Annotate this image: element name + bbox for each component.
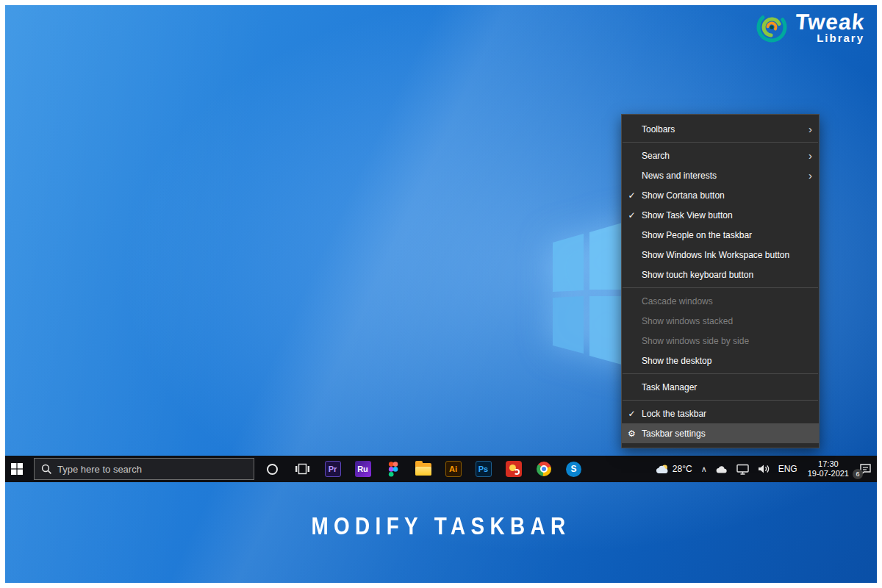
menu-item-label: Lock the taskbar xyxy=(642,409,812,419)
submenu-arrow-icon: › xyxy=(808,170,812,181)
onedrive-tray-icon-button[interactable] xyxy=(711,456,732,482)
menu-item-search[interactable]: Search › xyxy=(622,146,819,165)
taskbar-app-chrome[interactable] xyxy=(528,456,559,482)
media-app-icon xyxy=(506,461,522,477)
menu-item-label: Task Manager xyxy=(642,382,812,392)
speaker-icon xyxy=(758,464,770,474)
system-tray: 28°C ∧ xyxy=(651,456,882,482)
menu-item-label: Show Windows Ink Workspace button xyxy=(642,250,812,260)
menu-item-taskbar-settings[interactable]: ⚙ Taskbar settings xyxy=(622,423,819,443)
menu-item-label: Show windows stacked xyxy=(642,316,812,326)
temperature-label: 28°C xyxy=(673,464,692,474)
search-icon xyxy=(41,464,52,475)
menu-item-news-and-interests[interactable]: News and interests › xyxy=(622,165,819,185)
cloud-icon xyxy=(716,465,728,473)
file-explorer-icon xyxy=(415,463,431,476)
taskbar-app-task-view[interactable] xyxy=(287,456,318,482)
submenu-arrow-icon: › xyxy=(808,150,812,161)
network-tray-icon-button[interactable] xyxy=(732,456,753,482)
image-caption: MODIFY TASKBAR xyxy=(79,512,803,540)
show-hidden-icons-button[interactable]: ∧ xyxy=(697,456,711,482)
tweak-library-logo-mark xyxy=(755,10,789,44)
network-monitor-icon xyxy=(736,464,749,475)
cortana-icon xyxy=(267,464,278,475)
menu-item-task-manager[interactable]: Task Manager xyxy=(622,377,819,397)
menu-item-show-windows-side-by-side: Show windows side by side xyxy=(622,331,819,351)
brand-title: Tweak xyxy=(794,11,865,33)
menu-item-label: Show touch keyboard button xyxy=(642,270,812,280)
taskbar-app-skype[interactable]: S xyxy=(559,456,589,482)
notification-count-badge: 6 xyxy=(853,469,863,479)
desktop: Tweak Library Toolbars › Search › News a… xyxy=(0,0,882,588)
premiere-icon: Pr xyxy=(325,461,341,477)
start-button[interactable] xyxy=(0,456,34,482)
menu-item-label: Cascade windows xyxy=(642,296,812,306)
chevron-up-icon: ∧ xyxy=(701,465,707,474)
menu-item-label: Show People on the taskbar xyxy=(642,230,812,240)
menu-item-toolbars[interactable]: Toolbars › xyxy=(622,119,819,139)
checkmark-icon: ✓ xyxy=(622,409,642,419)
taskbar-app-premiere[interactable]: Pr xyxy=(318,456,348,482)
premiere-rush-icon: Ru xyxy=(355,461,371,477)
menu-item-show-touch-keyboard-button[interactable]: Show touch keyboard button xyxy=(622,265,819,284)
language-indicator[interactable]: ENG xyxy=(774,456,802,482)
taskbar-app-cortana[interactable] xyxy=(257,456,287,482)
checkmark-icon: ✓ xyxy=(622,190,642,201)
time-label: 17:30 xyxy=(808,459,849,469)
menu-item-label: Show Task View button xyxy=(642,210,812,220)
menu-item-show-windows-stacked: Show windows stacked xyxy=(622,311,819,331)
menu-separator xyxy=(623,400,818,401)
menu-item-show-people-on-taskbar[interactable]: Show People on the taskbar xyxy=(622,225,819,245)
taskbar-app-media[interactable] xyxy=(498,456,528,482)
menu-item-show-cortana-button[interactable]: ✓ Show Cortana button xyxy=(622,185,819,205)
menu-item-show-task-view-button[interactable]: ✓ Show Task View button xyxy=(622,205,819,225)
taskbar-app-file-explorer[interactable] xyxy=(408,456,438,482)
taskbar: Pr Ru Ai xyxy=(0,456,882,482)
taskbar-app-photoshop[interactable]: Ps xyxy=(468,456,498,482)
menu-item-show-the-desktop[interactable]: Show the desktop xyxy=(622,351,819,370)
chrome-icon xyxy=(537,462,551,476)
date-label: 19-07-2021 xyxy=(808,469,849,478)
action-center-button[interactable]: 6 xyxy=(855,456,879,482)
menu-item-cascade-windows: Cascade windows xyxy=(622,291,819,311)
menu-separator xyxy=(623,142,818,143)
menu-item-label: Search xyxy=(642,151,808,161)
clock[interactable]: 17:30 19-07-2021 xyxy=(802,459,855,478)
photoshop-icon: Ps xyxy=(476,461,492,477)
taskbar-context-menu: Toolbars › Search › News and interests ›… xyxy=(621,114,820,448)
tweak-library-logo-text: Tweak Library xyxy=(795,11,865,44)
language-label: ENG xyxy=(778,464,797,474)
menu-separator xyxy=(623,287,818,288)
taskbar-app-premiere-rush[interactable]: Ru xyxy=(348,456,378,482)
menu-item-label: News and interests xyxy=(642,171,808,181)
taskbar-app-figma[interactable] xyxy=(378,456,408,482)
taskbar-search-box[interactable] xyxy=(34,458,254,480)
taskbar-app-illustrator[interactable]: Ai xyxy=(438,456,468,482)
menu-item-label: Toolbars xyxy=(642,124,808,135)
illustrator-icon: Ai xyxy=(445,461,462,477)
weather-cloud-icon xyxy=(656,464,669,474)
figma-icon xyxy=(388,462,398,477)
menu-item-label: Show Cortana button xyxy=(642,190,812,201)
menu-item-label: Show the desktop xyxy=(642,356,812,366)
taskbar-apps: Pr Ru Ai xyxy=(257,456,589,482)
menu-item-label: Show windows side by side xyxy=(642,336,812,346)
submenu-arrow-icon: › xyxy=(808,123,812,135)
menu-item-label: Taskbar settings xyxy=(642,429,812,439)
task-view-icon xyxy=(295,463,309,475)
checkmark-icon: ✓ xyxy=(622,210,642,220)
search-input[interactable] xyxy=(57,464,234,475)
skype-icon: S xyxy=(566,462,581,477)
tweak-library-logo: Tweak Library xyxy=(755,10,865,44)
weather-widget[interactable]: 28°C xyxy=(651,456,697,482)
menu-separator xyxy=(623,373,818,374)
menu-item-lock-the-taskbar[interactable]: ✓ Lock the taskbar xyxy=(622,404,819,423)
volume-tray-icon-button[interactable] xyxy=(753,456,774,482)
windows-start-icon xyxy=(11,463,23,475)
menu-item-show-windows-ink-workspace-button[interactable]: Show Windows Ink Workspace button xyxy=(622,245,819,265)
gear-icon: ⚙ xyxy=(622,429,642,439)
